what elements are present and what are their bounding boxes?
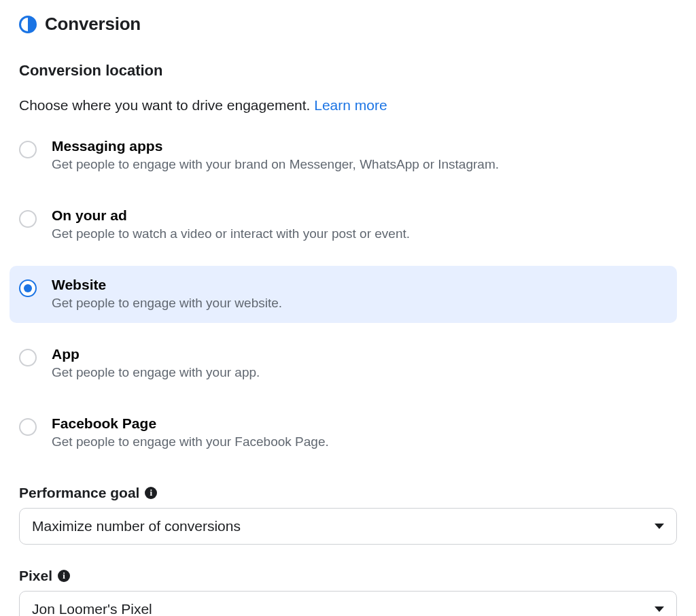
conversion-location-heading: Conversion location [19, 62, 677, 80]
chevron-down-icon [655, 524, 664, 529]
learn-more-link[interactable]: Learn more [314, 97, 387, 113]
conversion-icon [19, 16, 37, 33]
pixel-label: Pixel [19, 568, 52, 584]
option-facebook-page[interactable]: Facebook Page Get people to engage with … [10, 405, 677, 462]
option-website[interactable]: Website Get people to engage with your w… [10, 266, 677, 323]
section-title: Conversion [45, 14, 141, 35]
performance-goal-select[interactable]: Maximize number of conversions [19, 508, 677, 545]
pixel-select[interactable]: Jon Loomer's Pixel [19, 591, 677, 616]
option-title: Facebook Page [52, 415, 329, 432]
radio-icon [19, 349, 37, 366]
select-value: Maximize number of conversions [32, 518, 241, 534]
option-sub: Get people to engage with your brand on … [52, 157, 499, 172]
option-title: On your ad [52, 207, 410, 224]
option-sub: Get people to engage with your Facebook … [52, 434, 329, 449]
option-title: Website [52, 277, 282, 293]
option-sub: Get people to engage with your website. [52, 296, 282, 311]
option-title: Messaging apps [52, 138, 499, 154]
conversion-location-description: Choose where you want to drive engagemen… [19, 97, 677, 114]
radio-icon [19, 418, 37, 436]
description-text: Choose where you want to drive engagemen… [19, 97, 314, 113]
performance-goal-label-row: Performance goal i [19, 485, 677, 501]
info-icon[interactable]: i [58, 570, 70, 582]
option-sub: Get people to engage with your app. [52, 365, 260, 380]
info-icon[interactable]: i [145, 487, 157, 499]
pixel-label-row: Pixel i [19, 568, 677, 584]
option-app[interactable]: App Get people to engage with your app. [10, 335, 677, 392]
section-header: Conversion [19, 14, 677, 35]
select-value: Jon Loomer's Pixel [32, 601, 152, 616]
radio-icon [19, 141, 37, 158]
radio-icon [19, 279, 37, 297]
performance-goal-label: Performance goal [19, 485, 139, 501]
chevron-down-icon [655, 606, 664, 612]
option-on-your-ad[interactable]: On your ad Get people to watch a video o… [10, 196, 677, 254]
option-sub: Get people to watch a video or interact … [52, 226, 410, 241]
conversion-location-options: Messaging apps Get people to engage with… [10, 127, 677, 462]
option-title: App [52, 346, 260, 362]
option-messaging-apps[interactable]: Messaging apps Get people to engage with… [10, 127, 677, 184]
radio-icon [19, 210, 37, 228]
